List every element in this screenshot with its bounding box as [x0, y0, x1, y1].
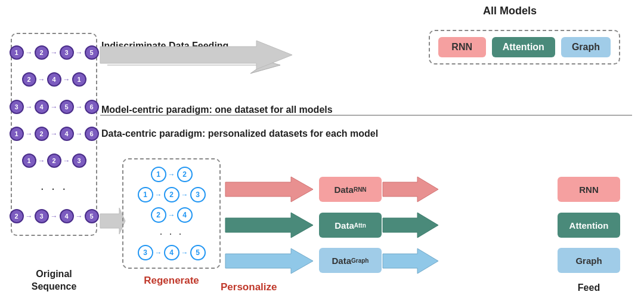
seq-node: 4	[35, 100, 49, 114]
pers-seq-node: 3	[190, 187, 206, 202]
svg-marker-8	[225, 177, 313, 202]
seq-node: 2	[22, 72, 36, 87]
indiscriminate-label: Indiscriminate Data Feeding	[101, 41, 228, 51]
seq-arrow: →	[51, 130, 58, 138]
pers-seq-row-1: 1 → 2	[151, 167, 193, 182]
data-rnn-box: DataRNN	[319, 177, 382, 202]
data-graph-sub: Graph	[351, 257, 369, 264]
seq-node: 3	[10, 100, 24, 114]
seq-node: 1	[10, 45, 24, 60]
pers-seq-row-3: 2 → 4	[151, 207, 193, 223]
seq-arrow: →	[51, 103, 58, 111]
seq-node: 5	[60, 100, 74, 114]
seq-row-4: 1 → 2 → 4 → 6	[10, 127, 99, 141]
model-attn-bot: Attention	[558, 213, 620, 238]
dots-row: · · ·	[41, 181, 68, 196]
svg-marker-13	[383, 248, 438, 274]
pers-seq-arrow: →	[181, 248, 188, 257]
regenerate-label: Regenerate	[122, 275, 221, 287]
data-attn-sub: Attn	[354, 222, 366, 229]
indiscriminate-arrow-svg	[101, 54, 286, 76]
pers-seq-row-2: 1 → 2 → 3	[138, 187, 206, 202]
seq-node: 6	[85, 127, 99, 141]
indiscriminate-arrow-area: Indiscriminate Data Feeding	[101, 41, 286, 76]
svg-marker-10	[225, 248, 313, 274]
svg-marker-7	[225, 184, 310, 195]
seq-node: 2	[35, 127, 49, 141]
seq-row-6: 2 → 3 → 4 → 5	[10, 209, 99, 223]
pers-seq-arrow: →	[155, 248, 162, 257]
seq-node: 2	[47, 153, 61, 168]
model-graph-box: Graph	[561, 37, 611, 57]
data-attn-box: DataAttn	[319, 213, 382, 238]
seq-node: 3	[60, 45, 74, 60]
pers-seq-arrow: →	[168, 170, 175, 179]
seq-node: 4	[47, 72, 61, 87]
model-attention-box: Attention	[492, 37, 555, 57]
original-sequence-label: Original Sequence	[11, 268, 97, 293]
pers-seq-arrow: →	[168, 211, 175, 219]
seq-arrow: →	[63, 75, 70, 84]
pers-seq-node: 1	[151, 167, 166, 182]
pers-seq-node: 4	[164, 245, 179, 260]
seq-node: 3	[35, 209, 49, 223]
seq-node: 1	[22, 153, 36, 168]
seq-arrow: →	[63, 156, 70, 165]
diagram-container: All Models Indiscriminate Data Feeding 1…	[0, 0, 644, 304]
model-centric-label: Model-centric paradigm: one dataset for …	[101, 105, 333, 115]
seq-node: 5	[85, 45, 99, 60]
seq-row-3: 3 → 4 → 5 → 6	[10, 100, 99, 114]
seq-arrow: →	[76, 48, 83, 57]
model-graph-bot: Graph	[558, 248, 620, 273]
svg-marker-11	[383, 177, 438, 202]
pers-seq-node: 4	[177, 207, 193, 223]
pers-seq-node: 3	[138, 245, 153, 260]
model-rnn-box: RNN	[438, 37, 486, 57]
seq-arrow: →	[26, 103, 33, 111]
seq-arrow: →	[76, 212, 83, 220]
seq-arrow: →	[26, 212, 33, 220]
seq-arrow: →	[38, 156, 45, 165]
pers-seq-arrow: →	[155, 191, 162, 199]
pers-seq-row-4: 3 → 4 → 5	[138, 245, 206, 260]
original-sequence-box: 1 → 2 → 3 → 5 2 → 4 → 1 3 → 4 → 5 → 6 1	[11, 33, 97, 236]
seq-node: 4	[60, 127, 74, 141]
seq-node: 6	[85, 100, 99, 114]
svg-marker-9	[225, 213, 313, 238]
seq-arrow: →	[51, 212, 58, 220]
seq-row-2: 2 → 4 → 1	[22, 72, 86, 87]
seq-node: 2	[35, 45, 49, 60]
seq-node: 3	[72, 153, 86, 168]
pers-seq-node: 2	[164, 187, 179, 202]
personalize-label: Personalize	[221, 281, 277, 293]
seq-arrow: →	[38, 75, 45, 84]
seq-node: 1	[72, 72, 86, 87]
feed-label: Feed	[558, 282, 620, 293]
seq-arrow: →	[51, 48, 58, 57]
pers-seq-node: 1	[138, 187, 153, 202]
seq-node: 1	[10, 127, 24, 141]
pers-dots: · · ·	[159, 228, 183, 240]
data-rnn-sub: RNN	[354, 186, 367, 193]
seq-row-1: 1 → 2 → 3 → 5	[10, 45, 99, 60]
seq-arrow: →	[26, 130, 33, 138]
pers-seq-arrow: →	[181, 191, 188, 199]
pers-seq-node: 5	[190, 245, 206, 260]
pers-seq-node: 2	[151, 207, 166, 223]
all-models-title: All Models	[483, 5, 537, 17]
seq-arrow: →	[76, 130, 83, 138]
model-rnn-bot: RNN	[558, 177, 620, 202]
pers-seq-node: 2	[177, 167, 193, 182]
svg-marker-12	[383, 213, 438, 238]
seq-node: 4	[60, 209, 74, 223]
seq-arrow: →	[76, 103, 83, 111]
seq-arrow: →	[26, 48, 33, 57]
seq-node: 2	[10, 209, 24, 223]
personalize-box: 1 → 2 1 → 2 → 3 2 → 4 · · · 3 → 4 → 5	[122, 158, 221, 269]
seq-node: 5	[85, 209, 99, 223]
model-boxes-top: RNN Attention Graph	[429, 30, 620, 65]
seq-row-5: 1 → 2 → 3	[22, 153, 86, 168]
data-centric-label: Data-centric paradigm: personalized data…	[101, 128, 378, 139]
svg-marker-6	[100, 208, 125, 234]
data-graph-box: DataGraph	[319, 248, 382, 273]
